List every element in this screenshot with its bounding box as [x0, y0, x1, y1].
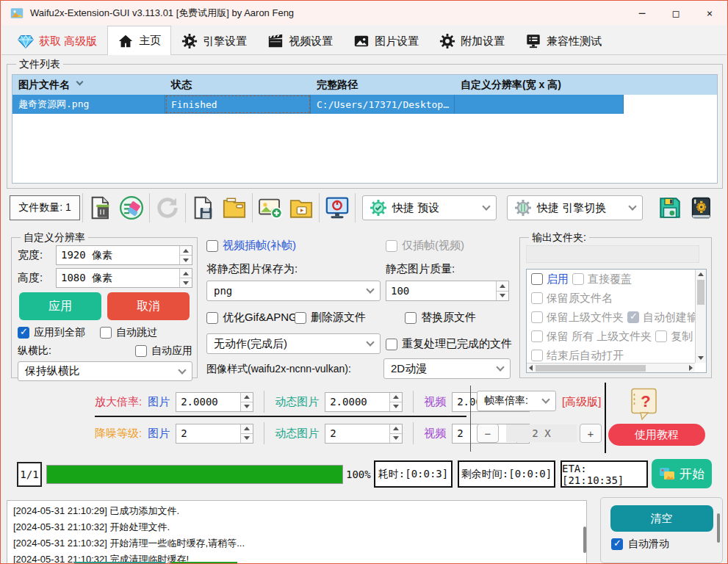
frame-rate-minus-button[interactable]: −	[477, 424, 499, 443]
denoise-gif-spinner[interactable]: 2	[325, 424, 403, 444]
keep-filename-checkbox[interactable]	[531, 292, 543, 304]
frame-rate-value: 2 X	[506, 424, 577, 442]
column-header-status[interactable]: 状态	[165, 75, 311, 95]
title-bar: Waifu2x-Extension-GUI v3.113.01 [免费试用版] …	[1, 1, 727, 25]
spin-down-button[interactable]	[180, 255, 192, 264]
optimize-gif-checkbox[interactable]	[206, 312, 218, 324]
output-folder-input[interactable]	[526, 245, 699, 263]
tab-engine-settings[interactable]: 引擎设置	[171, 27, 257, 54]
cancel-button[interactable]: 取消	[107, 292, 190, 320]
spin-down-button[interactable]	[180, 278, 192, 287]
save-format-dropdown[interactable]: png	[206, 281, 381, 301]
scroll-left-icon[interactable]	[529, 365, 533, 371]
reprocess-finished-checkbox[interactable]	[386, 339, 397, 350]
image-style-dropdown[interactable]: 2D动漫	[383, 358, 511, 379]
scale-gif-spinner[interactable]: 2.0000	[325, 392, 403, 412]
tutorial-button[interactable]: 使用教程	[608, 424, 705, 446]
log-scrollbar-thumb[interactable]	[583, 527, 586, 553]
replace-original-checkbox[interactable]	[405, 312, 417, 324]
auto-apply-label: 自动应用	[151, 344, 192, 358]
settings-book-icon	[688, 195, 713, 220]
quick-engine-switch-dropdown[interactable]: 快捷 引擎切换	[507, 195, 643, 220]
tab-additional-settings[interactable]: 附加设置	[429, 27, 515, 54]
add-video-folder-button[interactable]	[286, 192, 317, 223]
apply-to-all-checkbox[interactable]	[18, 327, 29, 339]
spin-up-button[interactable]	[497, 281, 508, 291]
post-action-dropdown[interactable]: 无动作(完成后)	[206, 333, 381, 354]
keep-all-parent-folders-checkbox[interactable]	[531, 330, 543, 342]
save-file-list-button[interactable]	[188, 192, 219, 223]
video-interpolation-checkbox[interactable]	[206, 240, 218, 252]
read-file-list-button[interactable]	[219, 192, 250, 223]
save-settings-button[interactable]	[655, 192, 685, 223]
apply-button[interactable]: 应用	[19, 292, 101, 320]
minimize-button[interactable]: ─	[625, 1, 659, 25]
clear-list-button[interactable]	[116, 192, 147, 223]
denoise-image-spinner[interactable]: 2	[176, 424, 253, 444]
scroll-up-icon[interactable]	[698, 272, 704, 276]
tab-get-premium[interactable]: 获取 高级版	[7, 27, 107, 54]
spin-down-button[interactable]	[497, 291, 508, 301]
column-header-path[interactable]: 完整路径	[311, 75, 455, 95]
scale-ratio-label: 放大倍率:	[95, 395, 142, 409]
frame-rate-plus-button[interactable]: +	[580, 424, 602, 443]
spin-up-button[interactable]	[180, 269, 192, 278]
keep-parent-folder-checkbox[interactable]	[531, 311, 543, 323]
output-enable-checkbox[interactable]	[531, 273, 543, 285]
remove-file-button[interactable]	[85, 192, 116, 223]
apply-to-all-label: 应用到全部	[34, 326, 85, 339]
auto-skip-label: 自动跳过	[116, 326, 157, 339]
output-options-box: 启用 直接覆盖 保留原文件名 保留上级文件夹 自动创建输 保留 所有 上级文件夹…	[526, 269, 707, 373]
clear-log-button[interactable]: 清空	[610, 505, 713, 532]
output-folder-group: 输出文件夹: 启用 直接覆盖 保留原文件名 保留上级文件夹 自动创建输 保留	[519, 237, 712, 378]
scroll-down-icon[interactable]	[698, 356, 704, 360]
close-button[interactable]: ×	[693, 1, 727, 25]
shutdown-when-done-button[interactable]	[322, 192, 353, 223]
delete-source-checkbox[interactable]	[295, 312, 306, 324]
tab-home[interactable]: 主页	[107, 26, 171, 55]
auto-skip-checkbox[interactable]	[100, 327, 112, 339]
height-spinner[interactable]: 1080 像素	[56, 268, 192, 288]
start-button[interactable]: 开始	[652, 459, 712, 488]
quality-spinner[interactable]: 100	[386, 281, 509, 301]
spin-up-button[interactable]	[180, 246, 192, 255]
tab-image-settings[interactable]: 图片设置	[343, 27, 429, 54]
horizontal-scrollbar[interactable]	[527, 363, 695, 372]
vertical-scrollbar[interactable]	[695, 270, 706, 363]
refresh-button[interactable]	[152, 192, 183, 223]
settings-manual-button[interactable]	[685, 192, 716, 223]
scale-image-spinner[interactable]: 2.0000	[176, 392, 253, 412]
tab-video-settings[interactable]: 视频设置	[257, 27, 343, 54]
denoise-level-row: 降噪等级: 图片 2 动态图片 2 视频 2	[95, 423, 530, 444]
copy-checkbox[interactable]	[655, 330, 667, 342]
quick-preset-dropdown[interactable]: 快捷 预设	[362, 195, 497, 220]
frame-rate-dropdown[interactable]: 帧率倍率:	[477, 391, 556, 411]
auto-scroll-checkbox[interactable]	[611, 538, 623, 550]
scrollbar-thumb[interactable]	[697, 280, 704, 305]
panel-scrollbar-thumb[interactable]	[717, 513, 720, 543]
table-row[interactable]: 趣奇资源网.png Finished C:/Users/17371/Deskto…	[12, 95, 717, 114]
log-output: [2024-05-31 21:10:29] 已成功添加文件. [2024-05-…	[7, 500, 587, 564]
scroll-right-icon[interactable]	[689, 365, 693, 371]
direct-overwrite-checkbox[interactable]	[572, 273, 584, 285]
cell-path: C:/Users/17371/Desktop…	[311, 95, 455, 114]
eraser-icon	[119, 195, 144, 220]
aspect-ratio-dropdown[interactable]: 保持纵横比	[18, 361, 192, 381]
remove-file-icon	[88, 195, 113, 220]
scrollbar-thumb[interactable]	[536, 365, 646, 372]
maximize-button[interactable]: □	[659, 1, 693, 25]
width-spinner[interactable]: 1920 像素	[56, 245, 192, 265]
floppy-save-icon	[657, 195, 682, 220]
column-header-filename[interactable]: 图片文件名	[12, 75, 165, 95]
scale-ratio-row: 放大倍率: 图片 2.0000 动态图片 2.0000 视频 2.0000	[95, 391, 530, 412]
add-image-button[interactable]	[255, 192, 286, 223]
interpolation-only-checkbox[interactable]	[386, 240, 397, 252]
tab-compatibility-test[interactable]: 兼容性测试	[515, 27, 612, 54]
auto-apply-checkbox[interactable]	[135, 345, 147, 357]
column-header-resolution[interactable]: 自定义分辨率(宽 x 高)	[455, 75, 624, 95]
chevron-down-icon	[496, 363, 504, 371]
cell-resolution	[455, 95, 624, 114]
auto-create-output-checkbox[interactable]	[627, 311, 639, 323]
file-table-header: 图片文件名 状态 完整路径 自定义分辨率(宽 x 高)	[12, 75, 717, 95]
open-after-finish-checkbox[interactable]	[531, 350, 543, 361]
